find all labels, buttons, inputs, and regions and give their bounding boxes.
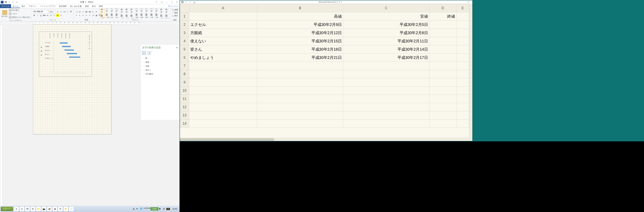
numbering-button[interactable]: 1≡ xyxy=(78,10,81,13)
cell[interactable]: 皆さん xyxy=(189,45,257,54)
page[interactable]: グラフタイトル H30.1.30H30.2.4H30.2.9H30.2.14H3… xyxy=(33,24,111,134)
cell[interactable] xyxy=(429,87,456,95)
styles-gallery[interactable]: あア亜↓ 標準あア亜↓ 行間詰めあア亜見出し 1あア亜見出し 2あア亜表題あア亜… xyxy=(100,9,169,18)
cell[interactable]: 平成30年2月5日 xyxy=(343,21,430,29)
taskpane-item[interactable]: ▷ 影 xyxy=(142,56,178,60)
cell[interactable]: 使えない xyxy=(189,37,257,45)
cell[interactable] xyxy=(189,103,257,111)
signin-link[interactable]: サインイン xyxy=(166,4,180,8)
change-case-button[interactable]: Aa xyxy=(63,10,66,13)
row-header[interactable]: 14 xyxy=(180,120,189,128)
style-item[interactable]: あア亜強調斜体 xyxy=(135,9,140,18)
cell[interactable] xyxy=(429,29,456,37)
style-item[interactable]: あア亜副題 xyxy=(125,9,130,18)
cell[interactable]: 平成30年2月18日 xyxy=(257,45,343,54)
superscript-button[interactable]: x² xyxy=(50,14,52,17)
qat-more-button[interactable]: ▾ xyxy=(15,1,18,4)
vertical-ruler[interactable] xyxy=(0,24,3,209)
row-header[interactable]: 9 xyxy=(180,78,189,87)
cell[interactable] xyxy=(257,120,343,128)
style-item[interactable]: あア亜斜体 xyxy=(130,9,134,18)
cell[interactable] xyxy=(257,95,343,103)
redo-button[interactable]: ↷ xyxy=(12,1,15,4)
cell[interactable] xyxy=(189,70,257,78)
sort-button[interactable]: A↓ xyxy=(92,10,94,13)
paste-button[interactable]: 貼り付け xyxy=(1,9,8,19)
justify-button[interactable]: ≡ xyxy=(85,14,88,17)
cell[interactable]: 方眼紙 xyxy=(189,29,257,37)
style-item[interactable]: あア亜強調太字 xyxy=(145,9,149,18)
taskbar-app[interactable]: ⊞ xyxy=(52,206,58,211)
font-color-button[interactable]: A xyxy=(60,14,62,17)
help-button[interactable]: ? xyxy=(154,0,159,4)
cell[interactable]: 平成30年2月14日 xyxy=(343,45,430,54)
excel-close-button[interactable]: ✕ xyxy=(464,1,472,3)
taskbar-app[interactable]: O xyxy=(58,206,63,211)
tab-developer[interactable]: 開発 xyxy=(98,4,104,8)
xl-redo-button[interactable]: ↷ xyxy=(188,1,192,4)
spreadsheet-grid[interactable]: ABCDE 1高値安値終値2エクセル平成30年2月9日平成30年2月5日3方眼紙… xyxy=(180,4,472,138)
cell[interactable]: 平成30年2月9日 xyxy=(257,21,343,29)
find-button[interactable]: 🔍 検索 xyxy=(172,9,178,11)
xl-undo-button[interactable]: ↶ xyxy=(184,1,188,4)
distributed-button[interactable]: ≡ xyxy=(88,14,91,17)
cell[interactable]: 平成30年2月21日 xyxy=(257,54,343,62)
cell[interactable] xyxy=(257,62,343,70)
xl-chart-button[interactable]: 📊 xyxy=(192,1,196,4)
increase-indent-button[interactable]: ≡▶ xyxy=(88,10,91,13)
row-header[interactable]: 5 xyxy=(180,45,189,54)
cell[interactable] xyxy=(456,45,469,54)
cell[interactable] xyxy=(456,21,469,29)
row-header[interactable]: 13 xyxy=(180,111,189,120)
cell[interactable]: 平成30年2月15日 xyxy=(257,37,343,45)
text-fill-outline-tab[interactable]: A xyxy=(142,51,146,55)
style-item[interactable]: あア亜↓ 行間詰め xyxy=(106,9,110,18)
ribbon-options-button[interactable]: ▢ xyxy=(159,0,164,4)
cell[interactable] xyxy=(189,111,257,120)
cell[interactable] xyxy=(343,87,430,95)
style-item[interactable]: あア亜引用文 2 xyxy=(155,9,159,18)
row-header[interactable]: 8 xyxy=(180,70,189,78)
font-name-combo[interactable] xyxy=(33,10,48,14)
tab-insert[interactable]: 挿入 xyxy=(20,4,27,8)
taskbar-app[interactable]: 📷 xyxy=(41,206,46,211)
font-size-combo[interactable] xyxy=(49,10,56,14)
cell[interactable] xyxy=(429,103,456,111)
border-button[interactable]: 田 xyxy=(70,10,72,13)
cell[interactable] xyxy=(456,12,469,21)
cell[interactable] xyxy=(257,103,343,111)
tab-review[interactable]: 校閲 xyxy=(83,4,90,8)
cell[interactable]: 安値 xyxy=(343,12,430,21)
cell[interactable] xyxy=(429,111,456,120)
tab-references[interactable]: 参考資料 xyxy=(58,4,68,8)
taskpane-close-button[interactable]: ✕ xyxy=(176,46,178,49)
cell[interactable] xyxy=(429,95,456,103)
underline-button[interactable]: U xyxy=(40,14,42,17)
style-item[interactable]: あア亜強調斜体 2 xyxy=(140,9,144,18)
cell[interactable] xyxy=(343,95,430,103)
row-header[interactable]: 3 xyxy=(180,29,189,37)
horizontal-ruler[interactable]: 2468101214161820222426283032343638404244… xyxy=(0,22,180,24)
cell[interactable] xyxy=(189,78,257,87)
cell[interactable] xyxy=(429,37,456,45)
row-header[interactable]: 11 xyxy=(180,95,189,103)
align-right-button[interactable]: ≡ xyxy=(82,14,84,17)
tab-layout[interactable]: ページ レイアウト xyxy=(38,4,58,8)
save-button[interactable]: 💾 xyxy=(4,1,7,4)
embedded-chart[interactable]: グラフタイトル H30.1.30H30.2.4H30.2.9H30.2.14H3… xyxy=(39,32,92,77)
taskbar-app[interactable]: X xyxy=(20,206,24,211)
row-header[interactable]: 4 xyxy=(180,37,189,45)
tab-view[interactable]: 表示 xyxy=(90,4,98,8)
taskpane-item[interactable]: ▷ 3-D 書式 xyxy=(142,72,178,76)
cell[interactable]: 平成30年2月8日 xyxy=(343,29,430,37)
strike-button[interactable]: abc xyxy=(43,14,46,17)
cell[interactable] xyxy=(456,111,469,120)
cut-button[interactable]: 切り取り xyxy=(9,9,30,12)
shading-button[interactable]: ◪ xyxy=(95,14,98,17)
row-header[interactable]: 2 xyxy=(180,21,189,29)
cell[interactable] xyxy=(189,12,257,21)
cell[interactable] xyxy=(429,54,456,62)
ime-mode-icon[interactable]: あ xyxy=(133,207,136,210)
column-header[interactable]: D xyxy=(429,4,456,12)
taskbar-app[interactable]: e xyxy=(14,206,19,211)
